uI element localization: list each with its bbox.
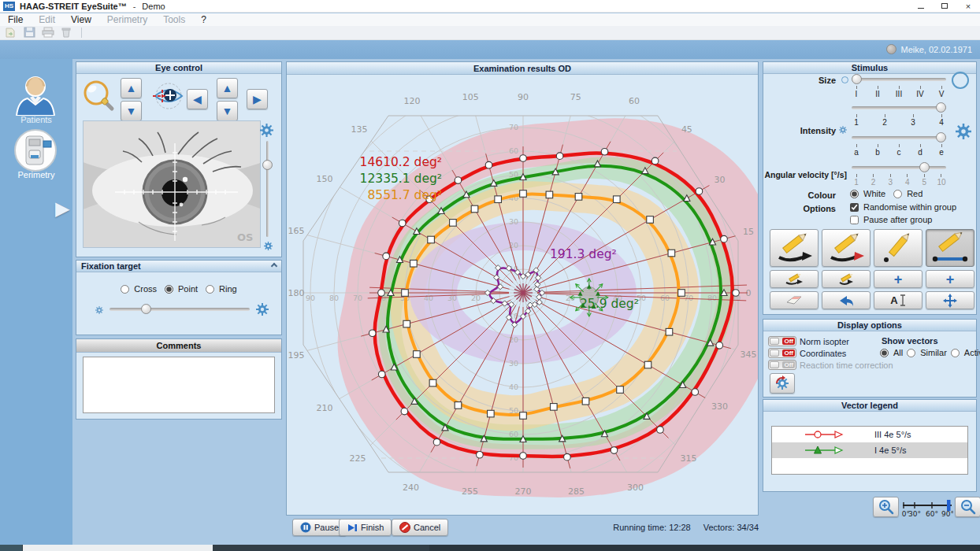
eye-up-button[interactable]: ▲ [121, 78, 142, 98]
add-vector-button[interactable]: + [874, 270, 922, 288]
patient-chip[interactable]: Meike, 02.02.1971 [886, 44, 972, 54]
sidebar-expander-icon[interactable]: ▶ [55, 198, 69, 220]
pencil-red-arrow-icon [825, 232, 867, 264]
fixation-option-ring[interactable]: Ring [206, 284, 237, 294]
fixation-title: Fixation target [76, 261, 281, 272]
zoom-scale[interactable]: 10° 30° 60° 90° [901, 497, 953, 520]
svg-text:15: 15 [743, 227, 754, 237]
move-object-button[interactable] [926, 291, 974, 309]
fixation-option-point[interactable]: Point [165, 284, 198, 294]
refresh-settings-button[interactable] [770, 373, 795, 394]
fixation-slider-thumb[interactable] [141, 304, 151, 314]
minimize-button[interactable] [909, 0, 933, 12]
menu-file[interactable]: File [8, 14, 23, 25]
small-gear-icon[interactable] [264, 242, 273, 252]
collapse-chevron-icon[interactable] [271, 263, 277, 269]
taskbar-active-window-segment[interactable] [23, 545, 213, 551]
eye-image-slider[interactable] [262, 141, 273, 237]
vectors-similar[interactable]: Similar [907, 348, 947, 357]
vectors-active[interactable]: Active [951, 348, 980, 357]
add-text-button[interactable]: A [874, 291, 922, 309]
patient-name: Meike, 02.02.1971 [900, 45, 972, 54]
draw-vector-button[interactable] [770, 229, 819, 267]
zoom-in-button[interactable] [873, 497, 899, 517]
svg-text:315: 315 [681, 453, 697, 464]
randomise-checkbox-row[interactable]: Randomise within group [850, 202, 956, 212]
brightness-gear-icon[interactable] [260, 124, 273, 139]
menu-help[interactable]: ? [201, 14, 206, 25]
move-right-button[interactable]: ▶ [247, 89, 268, 109]
patients-icon[interactable] [13, 75, 58, 117]
fixation-option-cross[interactable]: Cross [121, 284, 157, 294]
randomise-checkbox[interactable] [850, 203, 859, 212]
legend-row-III4e[interactable]: III 4e 5°/s [772, 427, 967, 442]
arrow-up-icon: ▲ [126, 83, 137, 94]
svg-text:30: 30 [714, 175, 725, 185]
move-up-button[interactable]: ▲ [217, 78, 238, 98]
cross-radio[interactable] [121, 285, 129, 294]
perimetry-icon[interactable] [13, 128, 58, 174]
move-down-button[interactable]: ▼ [217, 101, 238, 121]
colour-white[interactable]: White [850, 189, 885, 198]
top-band: Meike, 02.02.1971 [0, 40, 980, 59]
options-label: Options [763, 204, 836, 213]
zoom-out-button[interactable] [955, 497, 980, 517]
move-left-button[interactable]: ◀ [187, 89, 208, 109]
size-slider[interactable] [852, 74, 946, 84]
intensity-slider[interactable] [852, 102, 946, 113]
draw-vector-red-button[interactable] [822, 229, 870, 267]
svg-text:150: 150 [316, 174, 332, 184]
cancel-button[interactable]: Cancel [392, 519, 448, 536]
coordinates-toggle[interactable]: Off [768, 348, 796, 358]
size-slider-thumb[interactable] [852, 74, 862, 84]
vectors-all[interactable]: All [880, 348, 903, 357]
zoom-scale-indicator[interactable] [947, 500, 951, 511]
pause-after-group-checkbox[interactable] [850, 216, 859, 224]
sidebar-item-patients[interactable]: Patients [0, 115, 72, 124]
fixation-slider-track[interactable] [110, 308, 250, 311]
fixation-bright-gear-icon[interactable] [256, 303, 269, 317]
erase-button[interactable] [770, 291, 819, 309]
fixation-brightness-slider[interactable] [110, 304, 250, 314]
eye-down-button[interactable]: ▼ [121, 101, 142, 121]
finish-button[interactable]: Finish [339, 519, 392, 536]
legend-row-I4e[interactable]: I 4e 5°/s [772, 442, 967, 458]
eye-image-slider-thumb[interactable] [262, 160, 273, 170]
comments-input[interactable] [83, 357, 275, 413]
arrow-right-icon: ▶ [253, 94, 262, 105]
svg-text:240: 240 [403, 483, 419, 493]
eye-fixation-icon[interactable] [151, 79, 186, 115]
undo-button[interactable] [822, 291, 870, 309]
velocity-slider[interactable] [852, 162, 946, 172]
svg-text:165: 165 [288, 226, 305, 236]
filter-slider-thumb[interactable] [936, 132, 946, 142]
magnifier-icon[interactable] [80, 77, 118, 116]
edit-vector2-button[interactable] [822, 270, 870, 288]
svg-text:60: 60 [629, 96, 640, 106]
menu-view[interactable]: View [71, 14, 91, 25]
intensity-gear-icon[interactable] [956, 124, 971, 141]
isopter-chart[interactable]: 1010202020203030303040404040505050506060… [287, 75, 758, 515]
eye-image-slider-track[interactable] [266, 141, 269, 237]
draw-line-button[interactable] [926, 229, 974, 267]
ring-radio[interactable] [206, 285, 214, 294]
taskbar-start-segment[interactable] [0, 545, 22, 551]
os-taskbar[interactable] [0, 545, 980, 551]
colour-red[interactable]: Red [893, 189, 922, 198]
point-radio[interactable] [165, 285, 173, 294]
norm-isopter-toggle[interactable]: Off [768, 336, 796, 346]
comments-panel: Comments [76, 338, 282, 420]
zoom-in-icon [878, 499, 894, 515]
close-button[interactable]: × [956, 0, 980, 12]
window-title: HAAG-STREIT EyeSuite™ [20, 2, 127, 11]
add-point-button[interactable]: + [926, 270, 974, 288]
intensity-slider-thumb[interactable] [936, 102, 946, 113]
maximize-button[interactable] [933, 0, 956, 12]
filter-slider[interactable] [852, 132, 946, 142]
draw-point-button[interactable] [874, 229, 922, 267]
velocity-slider-thumb[interactable] [919, 162, 930, 172]
edit-vector-button[interactable] [770, 270, 819, 288]
sidebar-item-perimetry[interactable]: Perimetry [0, 170, 72, 179]
pause-after-group-checkbox-row[interactable]: Pause after group [850, 215, 932, 224]
fixation-options: Cross Point Ring [76, 284, 281, 294]
